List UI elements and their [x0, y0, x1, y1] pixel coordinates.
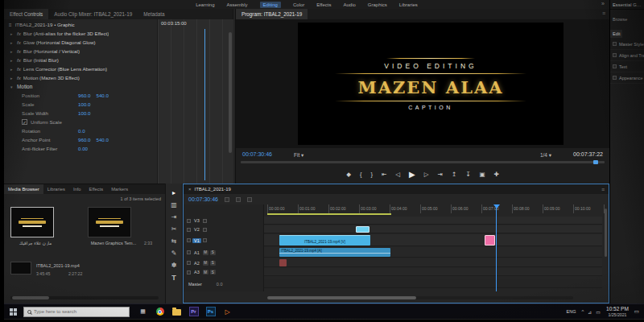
scrubber-playhead[interactable]: [593, 160, 598, 164]
track-name[interactable]: V1: [192, 238, 201, 243]
ripple-edit-tool[interactable]: ⇥: [171, 213, 177, 221]
property-value[interactable]: 100.0: [78, 110, 90, 116]
add-marker-icon[interactable]: [247, 197, 252, 202]
go-to-in-button[interactable]: ⇤: [382, 171, 386, 178]
property-value[interactable]: 0.0: [78, 128, 85, 134]
photoshop-icon[interactable]: Ps: [205, 307, 216, 317]
track-select-tool[interactable]: ▥: [171, 201, 177, 208]
essential-row-align-transform[interactable]: Align and Transform: [610, 50, 644, 61]
premiere-icon[interactable]: Pr: [188, 307, 199, 317]
tab-info[interactable]: Info: [69, 184, 85, 194]
chrome-icon[interactable]: [155, 307, 165, 317]
tab-markers[interactable]: Markers: [107, 184, 132, 194]
track-name[interactable]: A1: [192, 250, 201, 255]
tab-libraries[interactable]: Libraries: [43, 184, 69, 194]
close-icon[interactable]: ×: [188, 187, 192, 192]
export-frame-button[interactable]: ▣: [479, 171, 485, 178]
type-tool[interactable]: T: [171, 274, 176, 282]
solo-button[interactable]: S: [210, 261, 216, 266]
work-area-bar[interactable]: [267, 213, 391, 215]
effect-keyframe-lane[interactable]: 00:03:15:00: [157, 19, 233, 184]
start-button[interactable]: [10, 308, 17, 316]
taskbar-search[interactable]: [23, 307, 130, 317]
task-view-icon[interactable]: ▦: [138, 307, 148, 317]
track-name[interactable]: V2: [192, 227, 201, 232]
menu-icon[interactable]: ≡: [9, 22, 12, 27]
track-lock-icon[interactable]: [187, 261, 191, 265]
keyframe-lane-playhead[interactable]: [204, 29, 205, 180]
timeline-playhead[interactable]: [496, 204, 497, 291]
media-item-name[interactable]: ITBAL2_2021-19.mp4: [36, 263, 113, 268]
add-marker-button[interactable]: ◆: [346, 171, 351, 178]
solo-button[interactable]: S: [210, 270, 216, 275]
property-value[interactable]: 960.0: [78, 93, 90, 98]
track-name[interactable]: A2: [192, 261, 201, 266]
twirl-icon[interactable]: ▸: [10, 58, 14, 63]
effect-row[interactable]: ▸ fx Blur (Anti-alias for the flicker 3D…: [4, 29, 157, 38]
clip-a2-stub[interactable]: [279, 259, 287, 266]
essential-row-text[interactable]: Text: [610, 61, 644, 72]
language-indicator[interactable]: ENG: [567, 309, 576, 314]
program-current-timecode[interactable]: 00:07:30:46: [242, 151, 272, 157]
master-track-label[interactable]: Master: [187, 282, 204, 287]
panel-menu-icon[interactable]: ≡: [598, 9, 609, 19]
mute-button[interactable]: M: [203, 261, 208, 266]
effect-row[interactable]: ▸ fx Glow (Horizontal Diagonal Glow): [4, 38, 157, 47]
track-lock-icon[interactable]: [187, 228, 191, 232]
uniform-scale-checkbox[interactable]: ✓: [22, 119, 27, 125]
battery-icon[interactable]: ▭: [596, 309, 601, 315]
mute-button[interactable]: M: [203, 270, 208, 275]
mute-button[interactable]: M: [203, 250, 208, 255]
twirl-icon[interactable]: ▸: [10, 76, 14, 80]
timeline-horizontal-scrollbar[interactable]: [267, 296, 573, 299]
panel-menu-icon[interactable]: ≡: [597, 185, 609, 194]
workspace-tab-graphics[interactable]: Graphics: [368, 2, 387, 7]
timeline-vertical-scrollbar[interactable]: [605, 208, 607, 257]
file-explorer-icon[interactable]: [171, 307, 182, 317]
tab-program[interactable]: Program: ITBAL2_2021-19: [236, 9, 308, 19]
taskbar-clock[interactable]: 10:52 PM 1/25/2021: [606, 306, 629, 318]
effect-row[interactable]: ▸ fx Blur (Horizontal / Vertical): [4, 47, 157, 56]
property-value[interactable]: 100.0: [78, 101, 90, 107]
snap-icon[interactable]: [225, 197, 229, 202]
essential-row-appearance[interactable]: Appearance: [610, 72, 644, 84]
twirl-open-icon[interactable]: ▾: [10, 85, 14, 89]
hand-tool[interactable]: ✽: [171, 262, 177, 269]
twirl-icon[interactable]: ▸: [10, 49, 14, 54]
step-back-button[interactable]: ◁: [395, 171, 400, 178]
linked-selection-icon[interactable]: [236, 197, 241, 202]
tab-media-browser[interactable]: Media Browser: [4, 184, 43, 194]
workspace-overflow-icon[interactable]: »: [601, 1, 605, 6]
clip-a1-audio[interactable]: ITBAL2_2021-19.mp4 [A]: [279, 248, 390, 257]
time-ruler[interactable]: 00:00:00 00:01:00 00:02:00 00:03:00 00:0…: [267, 204, 605, 213]
tab-edit[interactable]: Edit: [610, 30, 622, 38]
workspace-tab-editing[interactable]: Editing: [260, 2, 281, 8]
step-forward-button[interactable]: ▷: [424, 171, 429, 178]
media-item-thumbnail[interactable]: [88, 207, 131, 237]
tab-effect-controls[interactable]: Effect Controls: [4, 9, 48, 19]
program-scrubber[interactable]: [241, 161, 605, 163]
property-value[interactable]: 0.00: [78, 146, 88, 151]
twirl-icon[interactable]: ▸: [10, 31, 14, 36]
property-value[interactable]: 960.0: [78, 137, 90, 142]
workspace-tab-libraries[interactable]: Libraries: [399, 2, 418, 7]
workspace-tab-learning[interactable]: Learning: [196, 2, 214, 7]
twirl-icon[interactable]: ▸: [10, 67, 14, 72]
razor-tool[interactable]: ✂: [171, 225, 177, 233]
sequence-tab[interactable]: ITBAL2_2021-19: [195, 187, 231, 192]
master-level-value[interactable]: 0.0: [217, 282, 223, 287]
hidden-icons-caret[interactable]: ^: [581, 309, 584, 315]
twirl-icon[interactable]: ▸: [10, 40, 14, 45]
media-player-icon[interactable]: ▷: [222, 307, 233, 317]
effect-row[interactable]: ▸ fx Blur (Initial Blur): [4, 56, 157, 64]
button-editor-button[interactable]: ✚: [494, 171, 499, 178]
fit-dropdown[interactable]: Fit ▾: [294, 152, 303, 159]
property-value[interactable]: 540.0: [96, 93, 108, 98]
slip-tool[interactable]: ⇆: [171, 237, 177, 245]
workspace-tab-audio[interactable]: Audio: [343, 2, 355, 7]
clip-v1-video[interactable]: ITBAL2_2021-19.mp4 [V]: [279, 235, 370, 246]
track-lock-icon[interactable]: [187, 238, 191, 242]
track-visibility-icon[interactable]: [203, 238, 207, 242]
property-value[interactable]: 540.0: [96, 137, 108, 142]
workspace-tab-color[interactable]: Color: [293, 2, 304, 7]
